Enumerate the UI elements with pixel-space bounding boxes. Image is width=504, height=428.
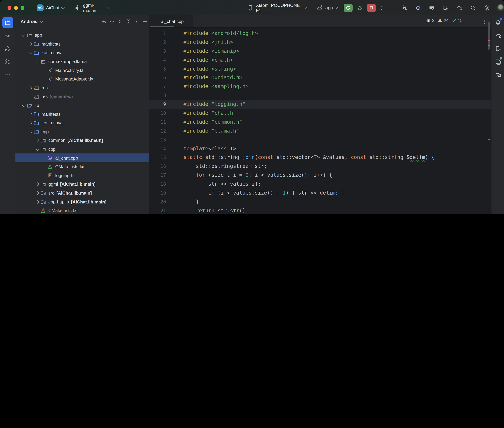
chevron-right-icon[interactable] <box>36 191 39 195</box>
user-avatar[interactable] <box>497 4 504 11</box>
line-number[interactable]: 15 <box>149 155 166 160</box>
tree-item-ai-chat-cpp[interactable]: Cai_chat.cpp <box>16 154 149 162</box>
hide-panel-icon[interactable] <box>141 18 148 25</box>
collapse-all-icon[interactable] <box>125 18 132 25</box>
line-number[interactable]: 1 <box>149 31 166 36</box>
line-number[interactable]: 11 <box>149 119 166 125</box>
stop-button[interactable] <box>367 4 376 12</box>
expand-all-icon[interactable] <box>116 18 124 25</box>
line-number[interactable]: 5 <box>149 66 166 71</box>
line-number[interactable]: 13 <box>149 137 166 142</box>
close-tab-icon[interactable]: × <box>187 19 189 24</box>
vcs-branch-widget[interactable]: ggml-master <box>74 3 111 13</box>
tab-scrollbar[interactable] <box>150 26 174 27</box>
project-widget[interactable]: AC AiChat <box>27 4 66 11</box>
minimize-window-button[interactable] <box>14 6 18 10</box>
tree-item-cmakelists-txt[interactable]: CMakeLists.txt <box>16 206 149 214</box>
chevron-right-icon[interactable] <box>29 42 32 46</box>
tool-stripe-pull-requests[interactable] <box>2 56 13 67</box>
tree-item-messageadapter-kt[interactable]: MessageAdapter.kt <box>16 75 149 83</box>
line-number[interactable]: 2 <box>149 39 166 45</box>
line-number[interactable]: 17 <box>149 172 166 178</box>
tool-stripe-more-tool-windows[interactable] <box>2 69 13 80</box>
line-number[interactable]: 14 <box>149 146 166 151</box>
code-editor[interactable]: 1#include <android/log.h>2#include <jni.… <box>149 27 491 214</box>
tree-item-manifests[interactable]: manifests <box>16 40 149 48</box>
tree-item-kotlin-java[interactable]: kotlin+java <box>16 48 149 57</box>
tree-item-ggml[interactable]: ggml[AiChat.lib.main] <box>16 180 149 189</box>
tool-stripe-gradle[interactable] <box>493 30 504 41</box>
line-number[interactable]: 3 <box>149 48 166 54</box>
zoom-window-button[interactable] <box>21 6 24 10</box>
tree-item-src[interactable]: src[AiChat.lib.main] <box>16 189 149 197</box>
prev-problem-icon[interactable]: ˆ <box>467 18 468 23</box>
tool-stripe-notifications[interactable] <box>493 17 504 28</box>
tree-item-cmakelists-txt[interactable]: CMakeLists.txt <box>16 162 149 171</box>
settings-icon[interactable] <box>484 5 490 11</box>
tool-stripe-running-devices[interactable] <box>493 56 504 67</box>
line-number[interactable]: 9 <box>149 101 166 107</box>
rerun-button[interactable] <box>344 4 353 12</box>
tree-item-lib[interactable]: lib <box>16 101 149 110</box>
locate-icon[interactable] <box>108 18 116 25</box>
tool-stripe-commit[interactable] <box>2 30 13 41</box>
chevron-down-icon[interactable] <box>22 104 25 107</box>
more-run-options-icon[interactable]: ⋮ <box>376 5 387 11</box>
line-number[interactable]: 20 <box>149 199 166 205</box>
vcs-stripe-mark[interactable] <box>488 139 490 140</box>
chevron-right-icon[interactable] <box>29 86 32 90</box>
error-stripe-mark[interactable] <box>488 40 490 41</box>
chevron-down-icon[interactable] <box>22 33 25 37</box>
chevron-right-icon[interactable] <box>36 200 39 204</box>
tree-item-cpp[interactable]: cpp <box>16 145 149 153</box>
inspections-widget[interactable]: 3 24 15 ˆ ˆ <box>426 18 471 23</box>
device-selector[interactable]: Xiaomi POCOPHONE F1 <box>247 3 308 13</box>
build-hammer-icon[interactable] <box>401 5 408 11</box>
line-number[interactable]: 18 <box>149 181 166 187</box>
tree-item-kotlin-java[interactable]: kotlin+java <box>16 118 149 127</box>
tree-item-res[interactable]: res <box>16 83 149 92</box>
close-window-button[interactable] <box>8 6 11 10</box>
line-number[interactable]: 4 <box>149 57 166 63</box>
tree-item-logging-h[interactable]: logging.h <box>16 171 149 180</box>
chevron-right-icon[interactable] <box>29 121 32 125</box>
tree-item-res[interactable]: res(generated) <box>16 92 149 101</box>
tool-stripe-project-folder[interactable] <box>2 17 13 28</box>
tool-stripe-structure[interactable] <box>2 43 13 54</box>
chevron-right-icon[interactable] <box>29 112 32 116</box>
tree-item-cpp[interactable]: cpp <box>16 127 149 136</box>
editor-tab-ai-chat-cpp[interactable]: ai_chat.cpp × <box>149 16 193 27</box>
chevron-down-icon[interactable] <box>29 130 32 133</box>
chevron-down-icon[interactable] <box>29 51 32 54</box>
line-number[interactable]: 21 <box>149 208 166 214</box>
project-view-selector[interactable]: Android <box>21 19 38 24</box>
chevron-down-icon[interactable] <box>36 148 39 151</box>
chevron-right-icon[interactable] <box>36 182 39 186</box>
error-stripe-mark[interactable] <box>488 45 490 46</box>
gradle-sync-icon[interactable] <box>456 5 462 11</box>
tool-stripe-ai-assistant[interactable] <box>493 69 504 80</box>
line-number[interactable]: 19 <box>149 190 166 196</box>
line-number[interactable]: 12 <box>149 128 166 133</box>
line-number[interactable]: 16 <box>149 164 166 169</box>
next-problem-icon[interactable]: ˆ <box>470 18 471 23</box>
run-config-selector[interactable]: app <box>316 4 339 11</box>
tree-item-common[interactable]: common[AiChat.lib.main] <box>16 136 149 145</box>
chevron-right-icon[interactable] <box>36 139 39 142</box>
line-number[interactable]: 10 <box>149 110 166 116</box>
chevron-down-icon[interactable] <box>36 60 39 63</box>
attach-debugger-icon[interactable] <box>443 5 449 11</box>
more-vertical-icon[interactable] <box>133 18 140 25</box>
line-number[interactable]: 6 <box>149 75 166 80</box>
sync-project-icon[interactable]: A <box>415 5 421 11</box>
add-icon[interactable] <box>100 18 107 25</box>
tree-item-manifests[interactable]: manifests <box>16 110 149 118</box>
line-number[interactable]: 8 <box>149 92 166 98</box>
debug-button[interactable] <box>357 4 363 11</box>
tree-item-app[interactable]: app <box>16 31 149 40</box>
tree-item-mainactivity-kt[interactable]: MainActivity.kt <box>16 66 149 75</box>
tool-stripe-device-manager[interactable] <box>493 43 504 54</box>
search-icon[interactable] <box>470 5 476 11</box>
line-number[interactable]: 7 <box>149 84 166 89</box>
tree-item-cpp-httplib[interactable]: cpp-httplib[AiChat.lib.main] <box>16 198 149 206</box>
